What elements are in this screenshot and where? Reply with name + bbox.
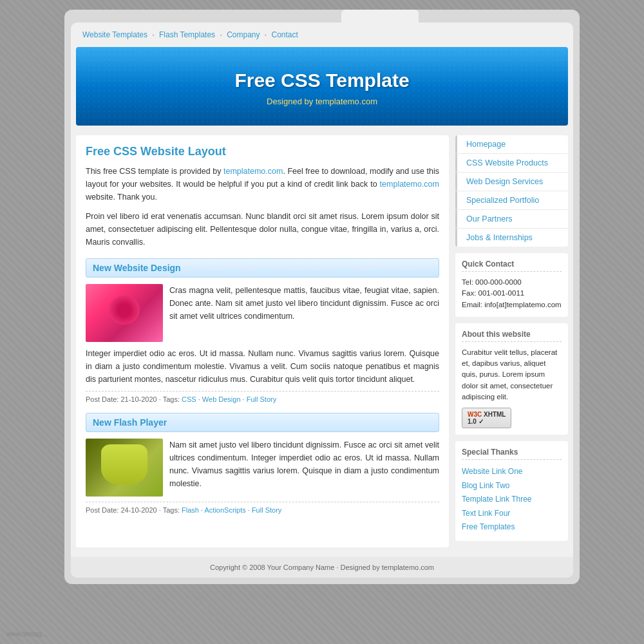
- nav-website-templates[interactable]: Website Templates: [82, 30, 147, 39]
- banner: Free CSS Template Designed by templatemo…: [76, 47, 568, 126]
- article-2-tag-flash[interactable]: Flash: [182, 506, 199, 514]
- about-text: Curabitur velit tellus, placerat et, dap…: [462, 347, 562, 402]
- article-2-tag-actionscripts[interactable]: ActionScripts: [205, 506, 246, 514]
- sidebar-link-partners[interactable]: Our Partners: [455, 210, 568, 228]
- sidebar-about: About this website Curabitur velit tellu…: [455, 323, 568, 435]
- templatemo-link-1[interactable]: templatemo.com: [223, 167, 283, 176]
- article-2-body: Nam sit amet justo vel libero tincidunt …: [86, 439, 439, 497]
- article-2-text1: Nam sit amet justo vel libero tincidunt …: [169, 440, 439, 488]
- outer-wrapper: Website Templates · Flash Templates · Co…: [64, 10, 580, 584]
- nav-company[interactable]: Company: [227, 30, 260, 39]
- sidebar-nav: Homepage CSS Website Products Web Design…: [455, 135, 568, 247]
- w3c-badge: W3C XHTML1.0 ✓: [462, 408, 511, 428]
- sidebar-link-homepage[interactable]: Homepage: [455, 135, 568, 153]
- sidebar-item-homepage[interactable]: Homepage: [455, 135, 568, 154]
- sidebar-item-jobs[interactable]: Jobs & Internships: [455, 229, 568, 247]
- sidebar-link-css-products[interactable]: CSS Website Products: [455, 154, 568, 172]
- page-wrapper: Website Templates · Flash Templates · Co…: [71, 23, 573, 578]
- nav-sep-3: ·: [265, 30, 269, 39]
- flower-yellow-image: [86, 439, 163, 497]
- article-1-image: [86, 284, 163, 342]
- article-1-text1: Cras magna velit, pellentesque mattis, f…: [169, 286, 439, 321]
- nav-contact[interactable]: Contact: [272, 30, 298, 39]
- article-2-date: 24-10-2020: [120, 506, 156, 514]
- sidebar-link-jobs[interactable]: Jobs & Internships: [455, 229, 568, 247]
- quick-contact-fax: Fax: 001-001-0011: [462, 288, 562, 299]
- sidebar: Homepage CSS Website Products Web Design…: [455, 135, 568, 547]
- article-1-tag-css[interactable]: CSS: [182, 395, 196, 403]
- nav-sep-2: ·: [220, 30, 224, 39]
- article-1-title-bar: New Website Design: [86, 258, 439, 278]
- footer: Copyright © 2008 Your Company Name · Des…: [71, 557, 573, 578]
- sidebar-nav-list: Homepage CSS Website Products Web Design…: [455, 135, 568, 247]
- watermark: www.heritag...: [6, 630, 47, 638]
- w3c-text: W3C: [468, 411, 482, 418]
- intro-paragraph-2: Proin vel libero id erat venenatis accum…: [86, 210, 439, 249]
- special-thanks-link-2[interactable]: Blog Link Two: [462, 479, 562, 493]
- article-2-tag-fullstory[interactable]: Full Story: [252, 506, 281, 514]
- article-1-footer: Post Date: 21-10-2020 · Tags: CSS · Web …: [86, 391, 439, 403]
- article-1: New Website Design Cras magna velit, pel…: [86, 258, 439, 403]
- sidebar-item-web-design[interactable]: Web Design Services: [455, 173, 568, 191]
- sidebar-item-partners[interactable]: Our Partners: [455, 210, 568, 229]
- sidebar-item-css-products[interactable]: CSS Website Products: [455, 154, 568, 173]
- main-heading: Free CSS Website Layout: [86, 145, 439, 158]
- article-1-text2: Integer imperdiet odio ac eros. Ut id ma…: [86, 347, 439, 386]
- article-2: New Flash Player Nam sit amet justo vel …: [86, 413, 439, 514]
- sidebar-special-thanks: Special Thanks Website Link One Blog Lin…: [455, 441, 568, 541]
- nav-sep-1: ·: [152, 30, 156, 39]
- article-1-tag-fullstory[interactable]: Full Story: [247, 395, 276, 403]
- article-2-title-bar: New Flash Player: [86, 413, 439, 432]
- special-thanks-link-4[interactable]: Text Link Four: [462, 507, 562, 521]
- sidebar-quick-contact-box: Quick Contact Tel: 000-000-0000 Fax: 001…: [455, 253, 568, 317]
- quick-contact-heading: Quick Contact: [462, 260, 562, 272]
- article-2-text: Nam sit amet justo vel libero tincidunt …: [169, 439, 439, 497]
- quick-contact-tel: Tel: 000-000-0000: [462, 277, 562, 288]
- article-2-title: New Flash Player: [93, 417, 432, 428]
- sidebar-link-web-design[interactable]: Web Design Services: [455, 173, 568, 191]
- flower-pink-image: [86, 284, 163, 342]
- tab-top: [341, 10, 419, 23]
- sidebar-item-portfolio[interactable]: Specialized Portfolio: [455, 191, 568, 210]
- sidebar-about-box: About this website Curabitur velit tellu…: [455, 323, 568, 435]
- article-1-body: Cras magna velit, pellentesque mattis, f…: [86, 284, 439, 342]
- article-1-tag-webdesign[interactable]: Web Design: [202, 395, 241, 403]
- header-nav: Website Templates · Flash Templates · Co…: [71, 23, 573, 47]
- special-thanks-heading: Special Thanks: [462, 448, 562, 460]
- quick-contact-email: Email: info[at]templatemo.com: [462, 299, 562, 310]
- templatemo-link-2[interactable]: templatemo.com: [380, 180, 439, 189]
- intro-paragraph-1: This free CSS template is provided by te…: [86, 165, 439, 204]
- sidebar-quick-contact: Quick Contact Tel: 000-000-0000 Fax: 001…: [455, 253, 568, 317]
- content-area: Free CSS Website Layout This free CSS te…: [71, 126, 573, 557]
- special-thanks-link-1[interactable]: Website Link One: [462, 465, 562, 479]
- article-1-title: New Website Design: [93, 263, 432, 273]
- article-2-footer: Post Date: 24-10-2020 · Tags: Flash · Ac…: [86, 502, 439, 514]
- article-1-date: 21-10-2020: [120, 395, 156, 403]
- sidebar-link-portfolio[interactable]: Specialized Portfolio: [455, 191, 568, 209]
- banner-subtitle: Designed by templatemo.com: [89, 97, 555, 106]
- main-content: Free CSS Website Layout This free CSS te…: [76, 135, 449, 547]
- special-thanks-link-5[interactable]: Free Templates: [462, 520, 562, 535]
- banner-title: Free CSS Template: [89, 70, 555, 91]
- footer-text: Copyright © 2008 Your Company Name · Des…: [77, 564, 567, 571]
- article-2-image: [86, 439, 163, 497]
- article-1-text: Cras magna velit, pellentesque mattis, f…: [169, 284, 439, 342]
- sidebar-special-thanks-box: Special Thanks Website Link One Blog Lin…: [455, 441, 568, 541]
- special-thanks-link-3[interactable]: Template Link Three: [462, 493, 562, 507]
- nav-flash-templates[interactable]: Flash Templates: [159, 30, 215, 39]
- about-heading: About this website: [462, 330, 562, 342]
